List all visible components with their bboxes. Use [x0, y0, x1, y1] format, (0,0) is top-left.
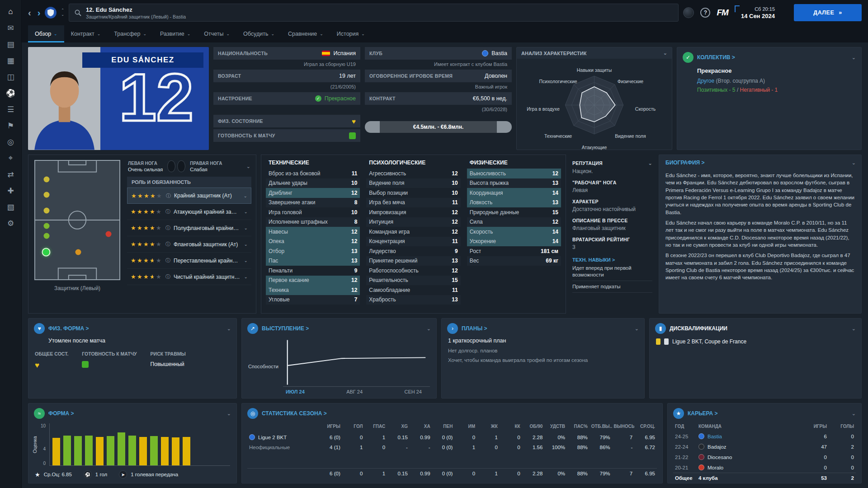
plans-icon: › — [447, 323, 458, 334]
club-badge-icon[interactable] — [45, 7, 57, 19]
form-bar — [52, 438, 60, 465]
nationality-value: Испания — [333, 50, 356, 56]
career-team[interactable]: Moralo — [697, 462, 802, 473]
collapse-chevron-icon[interactable]: ⌄ — [663, 50, 667, 56]
continue-button[interactable]: ДАЛЕЕ» — [794, 4, 862, 21]
tab-contract[interactable]: Контракт⌄ — [64, 25, 108, 42]
player-search-bar[interactable]: 12. Edu Sánchez Защитник/Крайний защитни… — [69, 4, 679, 22]
star-icon: ★ — [137, 241, 143, 248]
home-icon[interactable]: ⌂ — [1, 5, 21, 19]
data-hub-icon[interactable]: ▧ — [1, 200, 21, 214]
tab-label: Сравнение — [288, 31, 317, 37]
club-icon[interactable]: ⚑ — [1, 118, 21, 133]
competitions-icon[interactable]: ◎ — [1, 135, 21, 149]
forward-button[interactable]: › — [38, 8, 41, 18]
stats-competition[interactable]: Ligue 2 BKT — [247, 432, 320, 442]
attribute-name: Вес — [470, 258, 479, 264]
squad-icon[interactable]: ▤ — [1, 37, 21, 52]
collapse-chevron-icon[interactable]: ⌄ — [635, 326, 639, 332]
stats-competition[interactable]: Неофициальные — [247, 442, 320, 452]
collapse-chevron-icon[interactable]: ⌄ — [648, 160, 652, 166]
medical-icon[interactable]: ✚ — [1, 183, 21, 198]
form-bar — [139, 437, 147, 465]
attribute-name: Координация — [470, 190, 503, 196]
collapse-chevron-icon[interactable]: ⌄ — [227, 326, 231, 332]
attribute-name: Сила — [470, 219, 483, 225]
transfers-icon[interactable]: ⇄ — [1, 167, 21, 182]
attribute-name: Рост — [470, 248, 481, 254]
role-row[interactable]: ★★★★★ⓘПолуфланговый крайний за...⌄ — [127, 220, 251, 236]
chevron-down-icon: ⌄ — [271, 32, 274, 36]
collapse-chevron-icon[interactable]: ⌄ — [227, 411, 231, 417]
x-label-jul[interactable]: ИЮЛ 24 — [286, 389, 305, 394]
tab-development[interactable]: Развитие⌄ — [153, 25, 197, 42]
collapse-chevron-icon[interactable]: ⌄ — [852, 55, 856, 61]
club-value[interactable]: Bastia — [491, 50, 507, 56]
attribute-value: 12 — [351, 190, 357, 196]
form-axis-label: Оценка — [32, 436, 38, 453]
trait-value: Фланговый защитник — [572, 225, 652, 232]
inbox-icon[interactable]: ✉ — [1, 21, 21, 35]
career-title[interactable]: КАРЬЕРА > — [688, 410, 718, 417]
short-term-plan[interactable]: 1 краткосрочный план — [448, 338, 638, 344]
nationality-sub: Играл за сборную U19 — [213, 60, 360, 69]
attribute-name: Импровизация — [369, 209, 406, 216]
collapse-chevron-icon[interactable]: ⌄ — [852, 160, 856, 166]
form-title[interactable]: ФОРМА > — [48, 410, 74, 417]
help-icon[interactable]: ? — [700, 8, 710, 18]
collapse-chevron-icon[interactable]: ⌄ — [246, 164, 250, 169]
tab-history[interactable]: История⌄ — [330, 25, 372, 42]
tab-discuss[interactable]: Обсудить⌄ — [236, 25, 281, 42]
stats-cell: - — [410, 442, 432, 452]
player-overview: EDU SÁNCHEZ 12 НАЦИОНАЛЬНОСТЬ Испания Иг… — [22, 42, 868, 488]
star-icon: ★ — [131, 257, 137, 264]
social-group-link[interactable]: Другое — [697, 78, 714, 84]
tech-skill-item: Идет вперед при первой возможности — [572, 263, 652, 281]
scouting-icon[interactable]: ⌖ — [1, 151, 21, 165]
performance-title[interactable]: ВЫСТУПЛЕНИЕ > — [262, 325, 309, 332]
star-rating: ★★★★★ — [131, 208, 162, 215]
info-icon: ⓘ — [165, 225, 170, 231]
role-row[interactable]: ★★★★★ⓘАтакующий крайний защитн...⌄ — [127, 204, 251, 220]
tab-comparison[interactable]: Сравнение⌄ — [281, 25, 330, 42]
tactics-icon[interactable]: ◫ — [1, 70, 21, 84]
career-team[interactable]: Bastia — [697, 431, 802, 441]
stats-header-cell: УДСТВ — [544, 422, 567, 432]
plans-title[interactable]: ПЛАНЫ > — [462, 325, 487, 332]
collective-title[interactable]: КОЛЛЕКТИВ > — [697, 54, 735, 61]
back-button[interactable]: ‹ — [28, 8, 31, 18]
role-row[interactable]: ★★★★★ⓘФланговый защитник (Ат)⌄ — [127, 236, 251, 253]
schedule-icon[interactable]: ▦ — [1, 53, 21, 68]
stats-cell: 88% — [567, 432, 590, 442]
form-axis-ticks: 10 4 0 — [39, 423, 47, 466]
tab-transfer[interactable]: Трансфер⌄ — [107, 25, 153, 42]
attribute-row: Вброс из-за боковой11 — [266, 169, 360, 178]
cycle-arrows[interactable]: ⌃⌄ — [61, 9, 64, 17]
career-team[interactable]: Diocesano — [697, 452, 802, 462]
performance-panel: ↗ ВЫСТУПЛЕНИЕ > ⌄ Способности ИЮЛ 24 АВГ… — [241, 318, 437, 399]
role-row[interactable]: ★★★★★ⓘПереставленный крайний за...⌄ — [127, 253, 251, 269]
staff-icon[interactable]: ☰ — [1, 102, 21, 117]
role-row[interactable]: ★★★★★ⓘЧистый крайний защитник (З...⌄ — [127, 269, 251, 285]
tab-reports[interactable]: Отчеты⌄ — [197, 25, 236, 42]
match-ball-icon[interactable] — [683, 7, 694, 18]
fitness-title[interactable]: ФИЗ. ФОРМА > — [48, 325, 89, 332]
collapse-chevron-icon[interactable]: ⌄ — [427, 326, 431, 332]
career-goals: 2 — [829, 442, 856, 452]
card-icon — [664, 338, 669, 345]
settings-icon[interactable]: ⚙ — [1, 216, 21, 230]
stats-title[interactable]: СТАТИСТИКА СЕЗОНА > — [262, 410, 327, 417]
attribute-value: 8 — [354, 199, 358, 206]
double-chevron-icon: » — [839, 9, 842, 16]
collapse-chevron-icon[interactable]: ⌄ — [852, 326, 856, 332]
attribute-name: Интуиция — [369, 219, 393, 225]
career-team[interactable]: Badajoz — [697, 441, 802, 452]
tab-overview[interactable]: Обзор⌄ — [28, 25, 64, 42]
star-icon: ★ — [137, 225, 143, 231]
training-icon[interactable]: ⚽ — [1, 86, 21, 100]
tech-skills-link[interactable]: ТЕХН. НАВЫКИ > — [572, 257, 652, 263]
collapse-chevron-icon[interactable]: ⌄ — [852, 411, 856, 417]
role-row[interactable]: ★★★★★ⓘКрайний защитник (Ат)⌄ — [127, 188, 251, 204]
biography-title[interactable]: БИОГРАФИЯ > — [665, 160, 705, 166]
stats-total-cell: 6.95 — [634, 469, 657, 479]
